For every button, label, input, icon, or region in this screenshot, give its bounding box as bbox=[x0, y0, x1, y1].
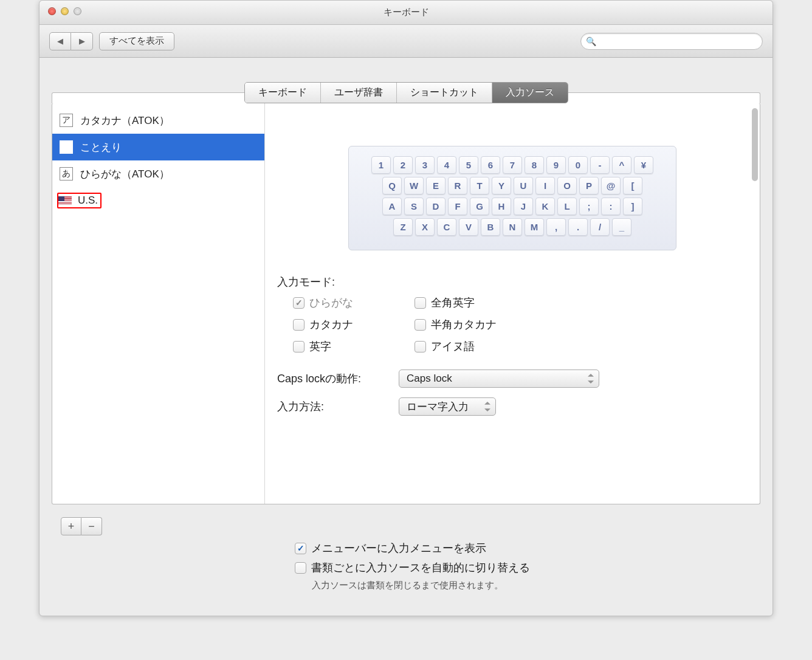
source-us[interactable]: U.S. bbox=[52, 187, 264, 214]
search-field: 🔍 bbox=[580, 33, 763, 50]
mode-ainu[interactable]: アイヌ語 bbox=[415, 339, 536, 354]
keyboard-key: 7 bbox=[503, 156, 522, 174]
keyboard-key: T bbox=[470, 177, 489, 194]
add-remove-controls: + − bbox=[61, 517, 102, 535]
keyboard-key: V bbox=[459, 218, 478, 236]
close-icon[interactable] bbox=[48, 7, 56, 15]
auto-switch-checkbox[interactable]: 書類ごとに入力ソースを自動的に切り替える bbox=[295, 560, 760, 575]
source-label: ことえり bbox=[80, 140, 122, 154]
preferences-window: キーボード ◀ ▶ すべてを表示 🔍 キーボード ユーザ辞書 ショートカット 入… bbox=[39, 0, 773, 616]
checkbox-icon bbox=[415, 297, 426, 309]
checkbox-icon bbox=[293, 297, 304, 309]
keyboard-key: ; bbox=[579, 198, 599, 215]
window-title: キーボード bbox=[384, 7, 429, 18]
keyboard-key: A bbox=[382, 198, 402, 215]
hiragana-icon: あ bbox=[60, 167, 73, 180]
keyboard-key: G bbox=[470, 198, 489, 215]
checkbox-icon bbox=[295, 562, 306, 574]
keyboard-key: H bbox=[492, 198, 511, 215]
tab-shortcuts[interactable]: ショートカット bbox=[397, 83, 492, 103]
keyboard-key: ^ bbox=[612, 156, 631, 174]
keyboard-key: . bbox=[568, 218, 588, 236]
keyboard-key: O bbox=[557, 177, 577, 194]
keyboard-key: / bbox=[590, 218, 610, 236]
keyboard-key: X bbox=[415, 218, 435, 236]
source-label: U.S. bbox=[78, 194, 98, 207]
keyboard-key: @ bbox=[601, 177, 621, 194]
source-label: カタカナ（ATOK） bbox=[80, 114, 170, 128]
keyboard-key: D bbox=[426, 198, 446, 215]
keyboard-key: - bbox=[590, 156, 610, 174]
keyboard-key: 0 bbox=[568, 156, 588, 174]
keyboard-key: 6 bbox=[481, 156, 500, 174]
tab-user-dictionary[interactable]: ユーザ辞書 bbox=[321, 83, 397, 103]
capslock-select[interactable]: Caps lock bbox=[399, 370, 599, 388]
toolbar: ◀ ▶ すべてを表示 🔍 bbox=[40, 25, 772, 58]
checkbox-icon bbox=[293, 319, 304, 331]
keyboard-key: _ bbox=[612, 218, 631, 236]
keyboard-key: Z bbox=[393, 218, 413, 236]
input-method-label: 入力方法: bbox=[277, 399, 399, 414]
mode-hiragana[interactable]: ひらがな bbox=[293, 295, 402, 310]
keyboard-key: N bbox=[503, 218, 522, 236]
keyboard-key: : bbox=[601, 198, 621, 215]
keyboard-key: Q bbox=[382, 177, 402, 194]
source-hiragana-atok[interactable]: あ ひらがな（ATOK） bbox=[52, 160, 264, 187]
checkbox-icon bbox=[295, 543, 306, 554]
keyboard-key: ] bbox=[623, 198, 642, 215]
keyboard-key: F bbox=[448, 198, 467, 215]
search-input[interactable] bbox=[580, 33, 763, 50]
keyboard-key: M bbox=[525, 218, 544, 236]
keyboard-key: S bbox=[404, 198, 424, 215]
keyboard-key: C bbox=[437, 218, 456, 236]
keyboard-key: J bbox=[514, 198, 533, 215]
source-kotoeri[interactable]: あ ことえり bbox=[52, 134, 264, 160]
source-label: ひらがな（ATOK） bbox=[80, 167, 170, 181]
keyboard-key: ¥ bbox=[634, 156, 653, 174]
detail-pane: 1234567890-^¥ QWERTYUIOP@[ ASDFGHJKL;:] … bbox=[265, 103, 760, 504]
keyboard-key: 2 bbox=[393, 156, 413, 174]
titlebar: キーボード bbox=[40, 1, 772, 25]
mode-katakana[interactable]: カタカナ bbox=[293, 317, 402, 332]
content-panel: ア カタカナ（ATOK） あ ことえり あ ひらがな（ATOK） U.S. bbox=[52, 103, 760, 504]
input-method-select[interactable]: ローマ字入力 bbox=[399, 397, 496, 416]
keyboard-key: U bbox=[514, 177, 533, 194]
keyboard-key: 4 bbox=[437, 156, 456, 174]
input-mode-grid: ひらがな 全角英字 カタカナ 半角カタカナ bbox=[293, 295, 748, 354]
input-mode-label: 入力モード: bbox=[277, 275, 748, 289]
scrollbar-thumb[interactable] bbox=[752, 108, 758, 181]
back-button[interactable]: ◀ bbox=[49, 32, 71, 50]
minimize-icon[interactable] bbox=[61, 7, 69, 15]
tab-keyboard[interactable]: キーボード bbox=[245, 83, 321, 103]
keyboard-key: 1 bbox=[371, 156, 391, 174]
tab-input-sources[interactable]: 入力ソース bbox=[492, 83, 568, 103]
source-katakana-atok[interactable]: ア カタカナ（ATOK） bbox=[52, 107, 264, 134]
keyboard-key: E bbox=[426, 177, 446, 194]
search-icon: 🔍 bbox=[586, 36, 596, 46]
keyboard-key: , bbox=[546, 218, 566, 236]
show-all-button[interactable]: すべてを表示 bbox=[99, 32, 174, 50]
keyboard-key: 3 bbox=[415, 156, 435, 174]
katakana-icon: ア bbox=[60, 114, 73, 127]
mode-hankaku-katakana[interactable]: 半角カタカナ bbox=[415, 317, 536, 332]
mode-eiji[interactable]: 英字 bbox=[293, 339, 402, 354]
highlight-box: U.S. bbox=[57, 193, 102, 208]
keyboard-key: R bbox=[448, 177, 467, 194]
keyboard-key: B bbox=[481, 218, 500, 236]
keyboard-key: [ bbox=[623, 177, 642, 194]
remove-button[interactable]: − bbox=[81, 517, 102, 535]
add-button[interactable]: + bbox=[61, 517, 81, 535]
keyboard-key: K bbox=[535, 198, 555, 215]
show-input-menu-checkbox[interactable]: メニューバーに入力メニューを表示 bbox=[295, 541, 760, 555]
zoom-icon[interactable] bbox=[74, 7, 81, 15]
keyboard-key: W bbox=[404, 177, 424, 194]
footer-options: メニューバーに入力メニューを表示 書類ごとに入力ソースを自動的に切り替える 入力… bbox=[295, 541, 760, 591]
footer-note: 入力ソースは書類を閉じるまで使用されます。 bbox=[312, 580, 760, 591]
keyboard-key: L bbox=[557, 198, 577, 215]
keyboard-key: 5 bbox=[459, 156, 478, 174]
us-flag-icon bbox=[58, 196, 72, 205]
forward-button[interactable]: ▶ bbox=[71, 32, 93, 50]
checkbox-icon bbox=[293, 341, 304, 352]
mode-zenkaku-eiji[interactable]: 全角英字 bbox=[415, 295, 536, 310]
capslock-label: Caps lockの動作: bbox=[277, 371, 399, 386]
